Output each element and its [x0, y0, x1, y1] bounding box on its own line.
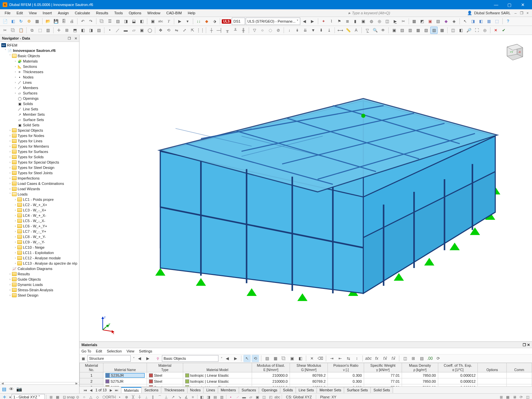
doc-restore[interactable]: ❐ [519, 11, 525, 15]
tree-item[interactable]: ↗Member Sets [0, 112, 79, 117]
st-s9[interactable]: ↗ [170, 394, 176, 399]
st-l5[interactable]: ▣ [254, 394, 260, 399]
tool-arrange-icon[interactable]: ▥ [44, 27, 52, 34]
st-e4[interactable]: ⟳ [518, 394, 524, 399]
render2-icon[interactable]: ▤ [398, 27, 406, 34]
mat-close-icon[interactable]: ✕ [527, 343, 530, 347]
panel-right-icon[interactable]: ◨ [122, 18, 129, 25]
st-cs-select[interactable]: 1 - Global XYZ ˅ [12, 394, 45, 399]
load3-icon[interactable]: ⇊ [302, 27, 309, 34]
tool-cut-icon[interactable]: ✂ [1, 27, 9, 34]
st-s5[interactable]: ⟂ [143, 394, 149, 399]
results-flag-icon[interactable]: ⚑ [336, 18, 343, 25]
mat-c2-prev[interactable]: ◀ [223, 355, 231, 362]
tree-loads[interactable]: ˅Loads [0, 192, 79, 197]
new-block-icon[interactable]: ◧ [9, 18, 17, 25]
viewzoom-icon[interactable]: 🔎 [465, 27, 472, 34]
tree-item[interactable]: ›Types for Members [0, 144, 79, 149]
new-batch-icon[interactable]: ▦ [33, 18, 41, 25]
addon4-icon[interactable]: ▤ [435, 18, 442, 25]
tables-icon[interactable]: ▤ [114, 18, 121, 25]
menu-options[interactable]: Options [126, 10, 144, 16]
menu-edit[interactable]: Edit [14, 10, 26, 16]
load5-icon[interactable]: ⬇ [318, 27, 325, 34]
cube2-icon[interactable]: ◧ [477, 18, 485, 25]
mat-tool-sync[interactable]: ⟲ [252, 355, 259, 362]
addon2-icon[interactable]: ◩ [419, 18, 426, 25]
mat-undock-icon[interactable]: ❐ [523, 343, 526, 347]
st-s2[interactable]: ⊗ [123, 394, 129, 399]
tree-item[interactable]: ›Results [0, 271, 79, 277]
table-tab[interactable]: Members [218, 387, 239, 393]
mat-tb[interactable]: ↕ [353, 355, 360, 362]
view-cube[interactable]: +Y -X [502, 40, 525, 64]
table-tab[interactable]: Surfaces [239, 387, 259, 393]
table-tab[interactable]: Openings [259, 387, 280, 393]
results-icon[interactable]: ◆ [203, 18, 210, 25]
table-tab[interactable]: Materials [121, 387, 142, 393]
tree-item[interactable]: ›LC11 - Exploitation [0, 250, 79, 255]
st-s3[interactable]: ╳ [130, 394, 136, 399]
tree-item[interactable]: ›Types for Lines [0, 138, 79, 144]
results-diag-icon[interactable]: ⌇ [328, 18, 335, 25]
extend-icon[interactable]: ─┤ [216, 27, 223, 34]
cube4-icon[interactable]: ⬚ [493, 18, 501, 25]
mat-combo-structure[interactable]: Structure [87, 355, 131, 362]
render7-icon[interactable]: ▩ [438, 27, 446, 34]
tool-copy-icon[interactable]: ⿻ [9, 27, 17, 34]
st-s4[interactable]: ┼ [137, 394, 143, 399]
table-row[interactable]: 2 S275JR Steel Isotropic | Linear Elasti… [80, 378, 532, 384]
addon5-icon[interactable]: ◆ [443, 18, 450, 25]
menu-insert[interactable]: Insert [40, 10, 55, 16]
mat-tk[interactable]: ⟳ [435, 355, 442, 362]
st-v3[interactable]: ▤ [212, 394, 218, 399]
tree-item[interactable]: ›Guide Objects [0, 277, 79, 282]
tree-item[interactable]: ›Types for Surfaces [0, 149, 79, 154]
st-s6[interactable]: ∥ [150, 394, 156, 399]
panel-left-icon[interactable]: ◧ [138, 18, 145, 25]
st-g1[interactable]: ⊞ [48, 394, 54, 399]
tree-item[interactable]: ›LC7 - W_-_Y+ [0, 229, 79, 234]
dim-icon[interactable]: ⟷ [336, 27, 344, 34]
tree-item[interactable]: ›Types for Nodes [0, 133, 79, 138]
cube3-icon[interactable]: ▦ [485, 18, 493, 25]
st-gsnap[interactable]: snap [68, 394, 74, 399]
tree-item[interactable]: ›LC1 - Poids propre [0, 197, 79, 202]
rotate-icon[interactable]: ⟲ [165, 27, 172, 34]
tree-item[interactable]: ◯Openings [0, 96, 79, 101]
tree-item[interactable]: ›Types for Steel Design [0, 165, 79, 170]
mat-t4[interactable]: ▣ [288, 355, 296, 362]
mat-menu-view[interactable]: View [126, 349, 134, 353]
tree-item[interactable]: ›LC8 - W_+_Y- [0, 234, 79, 239]
load6-icon[interactable]: ⤓ [326, 27, 333, 34]
tree-item[interactable]: ›LC3 - W_-_X+ [0, 207, 79, 213]
calculate-icon[interactable]: ▶ [176, 18, 183, 25]
table-tab[interactable]: Solid Sets [370, 387, 393, 393]
connect-icon[interactable]: ╫ [240, 27, 247, 34]
st-s7[interactable]: ⌒ [157, 394, 163, 399]
tree-item[interactable]: ›Imperfections [0, 176, 79, 181]
tab-first-icon[interactable]: ⏮ [83, 388, 88, 392]
mat-t7[interactable]: ⌫ [317, 355, 324, 362]
next-lc-icon[interactable]: ▶ [309, 18, 316, 25]
tree-item[interactable]: ›Types for Steel Joints [0, 170, 79, 176]
gear-icon[interactable]: ⚙ [25, 18, 33, 25]
divide-icon[interactable]: ╥ [224, 27, 231, 34]
tree-item[interactable]: ›／Members [0, 85, 79, 90]
tab-prev-icon[interactable]: ◀ [89, 388, 93, 392]
tree-item[interactable]: ›／Lines [0, 80, 79, 85]
viewcam-icon[interactable]: ◧ [457, 27, 465, 34]
mat-td[interactable]: fx [373, 355, 380, 362]
visibility-icon[interactable]: 👁 [379, 27, 387, 34]
st-v4[interactable]: ▥ [219, 394, 225, 399]
tree-item[interactable]: ／Line Sets [0, 106, 79, 112]
table-tab[interactable]: Sections [141, 387, 161, 393]
st-l4[interactable]: ▱ [248, 394, 254, 399]
tree-item[interactable]: ›▱Surfaces [0, 90, 79, 96]
new-icon[interactable]: 📄 [1, 18, 9, 25]
mat-te[interactable]: fx̂ [381, 355, 389, 362]
st-s8[interactable]: ⊥ [163, 394, 169, 399]
tree-item[interactable]: ›LC10 - Neige [0, 245, 79, 250]
redo-icon[interactable]: ↷ [87, 18, 94, 25]
tree-root[interactable]: RFRFEM [0, 43, 79, 48]
